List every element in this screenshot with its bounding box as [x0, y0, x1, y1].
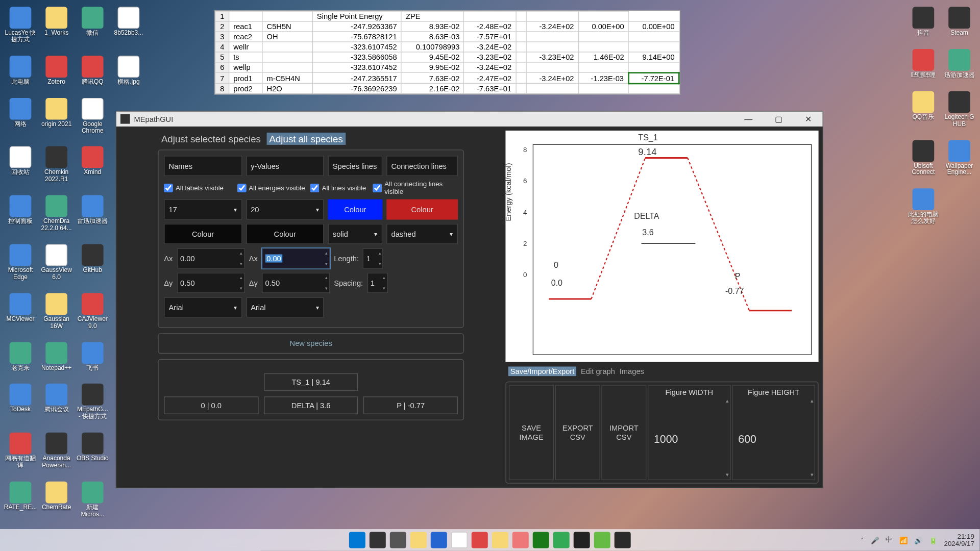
spreadsheet-window[interactable]: 1Single Point EnergyZPE2reac1C5H5N-247.9… [214, 10, 680, 94]
desktop-icon[interactable]: CAJViewer 9.0 [76, 293, 110, 330]
desktop-icon[interactable]: 飞书 [76, 342, 110, 372]
tb-search[interactable] [370, 532, 386, 548]
species-p[interactable]: P | -0.77 [363, 396, 458, 414]
tb-app4[interactable] [553, 532, 570, 548]
tb-app1[interactable] [431, 532, 447, 548]
desktop-icon[interactable]: 腾讯QQ [76, 56, 110, 86]
maximize-button[interactable]: ▢ [768, 114, 789, 124]
desktop-icon[interactable]: 迅游加速器 [942, 49, 976, 79]
desktop-icon[interactable]: 新建 Micros... [76, 482, 110, 518]
import-csv-button[interactable]: IMPORT CSV [601, 385, 646, 480]
desktop-icon[interactable]: Microsoft Edge [4, 244, 38, 281]
connection-linestyle-select[interactable]: dashed [386, 224, 458, 244]
clock[interactable]: 21:19 2024/9/17 [944, 533, 974, 547]
tray-battery-icon[interactable]: 🔋 [929, 536, 937, 544]
save-image-button[interactable]: SAVE IMAGE [509, 385, 554, 480]
energies-visible-check[interactable]: All energies visible [237, 183, 306, 192]
tray-mic-icon[interactable]: 🎤 [871, 536, 879, 544]
desktop-icon[interactable]: 网络 [4, 98, 38, 135]
export-csv-button[interactable]: EXPORT CSV [555, 385, 600, 480]
tb-taskview[interactable] [390, 532, 406, 548]
desktop-icon[interactable]: LucasYe 快捷方式 [4, 7, 38, 43]
dx-values-spin[interactable]: 0.00▴▾ [262, 248, 330, 269]
desktop-icon[interactable]: QQ音乐 [906, 91, 941, 128]
species-0[interactable]: 0 | 0.0 [164, 396, 258, 414]
tb-zotero[interactable] [472, 532, 488, 548]
tb-explorer[interactable] [410, 532, 427, 548]
desktop-icon[interactable]: MEpathG... - 快捷方式 [76, 384, 110, 420]
species-colour-button[interactable]: Colour [328, 199, 383, 220]
tab-adjust-all[interactable]: Adjust all species [266, 133, 346, 145]
font-names-select[interactable]: Arial [164, 297, 242, 318]
figure-height-field[interactable]: Figure HEIGHT 600 ▴▾ [732, 385, 815, 480]
connection-colour-button[interactable]: Colour [386, 199, 458, 220]
tray-ime-icon[interactable]: 中 [886, 535, 892, 545]
desktop-icon[interactable]: 此电脑 [4, 56, 38, 86]
desktop-icon[interactable]: GitHub [76, 244, 110, 281]
species-delta[interactable]: DELTA | 3.6 [264, 396, 358, 414]
tb-app5[interactable] [574, 532, 590, 548]
taskbar[interactable]: ˄ 🎤 中 📶 🔊 🔋 21:19 2024/9/17 [0, 529, 980, 551]
desktop-icon[interactable]: Notepad++ [39, 342, 74, 372]
start-button[interactable] [349, 532, 365, 548]
tb-mepathgui[interactable] [615, 532, 631, 548]
desktop-icon[interactable]: ToDesk [4, 384, 38, 420]
desktop-icon[interactable]: 微信 [76, 7, 110, 43]
tab-adjust-selected[interactable]: Adjust selected species [161, 133, 261, 144]
desktop-icon[interactable]: Chemkin 2022.R1 [39, 146, 74, 183]
tray-volume-icon[interactable]: 🔊 [914, 536, 922, 544]
desktop-icon[interactable]: GaussView 6.0 [39, 244, 74, 281]
lines-visible-check[interactable]: All lines visible [310, 183, 369, 192]
length-spin[interactable]: 1▴▾ [363, 248, 383, 269]
desktop-icon[interactable]: origin 2021 [39, 98, 74, 135]
tb-app6[interactable] [594, 532, 610, 548]
desktop-icon[interactable]: Google Chrome [76, 98, 110, 135]
desktop-icon[interactable]: 回收站 [4, 146, 38, 183]
minimize-button[interactable]: — [738, 114, 758, 124]
desktop-icon[interactable]: Steam [942, 7, 976, 37]
labels-visible-check[interactable]: All labels visible [164, 183, 233, 192]
font-size-names-select[interactable]: 17 [164, 199, 242, 220]
spacing-spin[interactable]: 1▴▾ [367, 273, 387, 293]
figure-width-field[interactable]: Figure WIDTH 1000 ▴▾ [648, 385, 731, 480]
desktop-icon[interactable]: Zotero [39, 56, 74, 86]
desktop-icon[interactable]: 1_Works [39, 7, 74, 43]
desktop-icon[interactable]: Logitech G HUB [942, 91, 976, 128]
desktop-icon[interactable]: 老克来 [4, 342, 38, 372]
names-colour-button[interactable]: Colour [164, 224, 242, 244]
tb-chrome[interactable] [451, 532, 468, 548]
desktop-icon[interactable]: OBS Studio [76, 433, 110, 469]
close-button[interactable]: ✕ [798, 114, 819, 124]
desktop-icon[interactable]: Gaussian 16W [39, 293, 74, 330]
tab-edit-graph[interactable]: Edit graph [581, 367, 615, 375]
connecting-visible-check[interactable]: All connecting lines visible [373, 180, 458, 195]
desktop-icon[interactable]: Ubisoft Connect [906, 140, 941, 177]
tab-save-import-export[interactable]: Save/Import/Export [508, 366, 577, 376]
desktop-icon[interactable]: Xmind [76, 146, 110, 183]
desktop-icon[interactable]: RATE_RE... [4, 482, 38, 518]
desktop-icon[interactable]: 横格.jpg [112, 56, 146, 86]
font-size-values-select[interactable]: 20 [246, 199, 324, 220]
desktop-icon[interactable]: 抖音 [906, 7, 941, 37]
new-species-button[interactable]: New species [158, 333, 464, 354]
font-values-select[interactable]: Arial [246, 297, 324, 318]
desktop-icon[interactable]: 8b52bb3... [112, 7, 146, 43]
desktop-icon[interactable]: Anaconda Powersh... [39, 433, 74, 469]
desktop-icon[interactable]: ChemDra 22.2.0 64... [39, 195, 74, 232]
dx-names-spin[interactable]: 0.00▴▾ [177, 248, 244, 269]
desktop-icon[interactable]: 哔哩哔哩 [906, 49, 941, 79]
tab-images[interactable]: Images [620, 367, 644, 375]
dy-names-spin[interactable]: 0.50▴▾ [177, 273, 244, 293]
desktop-icon[interactable]: 此处的电脑 怎么发好 [906, 189, 941, 226]
desktop-icon[interactable]: 控制面板 [4, 195, 38, 232]
titlebar[interactable]: MEpathGUI — ▢ ✕ [116, 112, 823, 127]
tray-chevron-icon[interactable]: ˄ [861, 536, 864, 544]
tb-excel[interactable] [533, 532, 549, 548]
tray-wifi-icon[interactable]: 📶 [899, 536, 908, 544]
dy-values-spin[interactable]: 0.50▴▾ [262, 273, 330, 293]
species-ts1[interactable]: TS_1 | 9.14 [264, 373, 358, 391]
tb-app3[interactable] [512, 532, 529, 548]
desktop-icon[interactable]: ChemRate [39, 482, 74, 518]
tb-app2[interactable] [492, 532, 508, 548]
desktop-icon[interactable]: 腾讯会议 [39, 384, 74, 420]
